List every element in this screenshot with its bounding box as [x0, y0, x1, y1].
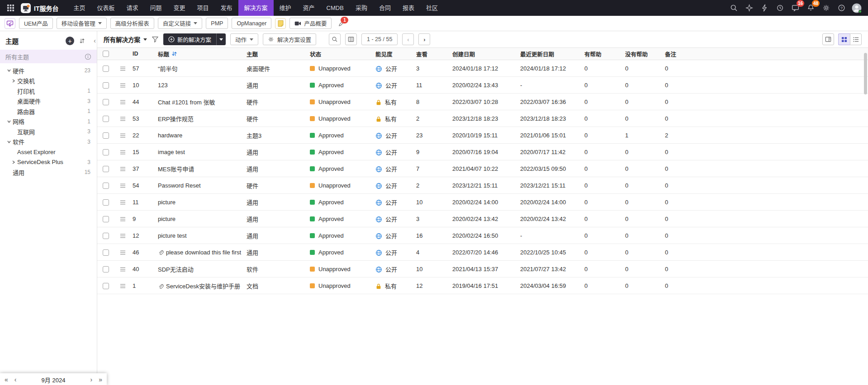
select-all-checkbox[interactable] — [103, 51, 109, 57]
solution-title[interactable]: "前半句 — [156, 60, 245, 77]
quickbar-button-uem-product[interactable]: UEM产品 — [19, 18, 53, 29]
column-header-not_helpful[interactable]: 没有帮助 — [623, 48, 663, 60]
row-checkbox[interactable] — [103, 99, 109, 105]
nav-item-problems[interactable]: 问题 — [144, 0, 168, 16]
drag-handle-icon[interactable] — [120, 133, 126, 138]
edit-pencil-icon[interactable]: 1 — [336, 18, 347, 29]
solution-title[interactable]: ServiceDesk安装与维护手册 — [156, 277, 245, 294]
settings-gear-icon[interactable] — [820, 2, 832, 14]
nav-item-requests[interactable]: 请求 — [120, 0, 144, 16]
column-chooser-icon[interactable] — [345, 33, 357, 45]
collapse-sidebar-icon[interactable]: ‹ — [94, 37, 96, 44]
solution-title[interactable]: picture — [156, 211, 245, 227]
row-checkbox[interactable] — [103, 116, 109, 122]
help-icon[interactable]: ? — [835, 2, 847, 14]
history-icon[interactable] — [774, 2, 786, 14]
drag-handle-icon[interactable] — [120, 200, 126, 205]
quickbar-button-opmanager[interactable]: OpManager — [232, 18, 271, 29]
sidebar-item-hardware[interactable]: 硬件23 — [0, 66, 97, 76]
sidebar-item-general[interactable]: 通用15 — [0, 167, 97, 178]
notes-icon[interactable] — [275, 18, 286, 29]
column-header-notes[interactable]: 备注 — [663, 48, 868, 60]
solution-title[interactable]: SDP无法启动 — [156, 261, 245, 277]
solution-title[interactable]: MES账号申请 — [156, 160, 245, 177]
sidebar-item-asset-explorer[interactable]: Asset Explorer — [0, 147, 97, 157]
row-checkbox[interactable] — [103, 266, 109, 272]
view-selector-dropdown[interactable]: 所有解决方案 — [104, 35, 147, 44]
table-search-icon[interactable] — [329, 33, 341, 45]
row-checkbox[interactable] — [103, 132, 109, 139]
solution-title[interactable]: 123 — [156, 77, 245, 94]
row-checkbox[interactable] — [103, 283, 109, 289]
solution-title[interactable]: please download this file first — [156, 244, 245, 261]
drag-handle-icon[interactable] — [120, 250, 126, 255]
drag-handle-icon[interactable] — [120, 150, 126, 155]
quickbar-button-pmp[interactable]: PMP — [206, 18, 228, 29]
app-logo-icon[interactable] — [21, 3, 31, 13]
sidebar-item-software[interactable]: 软件3 — [0, 137, 97, 147]
quick-actions-lightning-icon[interactable] — [759, 2, 770, 14]
solution-title[interactable]: picture test — [156, 227, 245, 244]
nav-item-cmdb[interactable]: CMDB — [321, 0, 350, 16]
calendar-first-icon[interactable]: « — [5, 376, 8, 383]
nav-item-assets[interactable]: 资产 — [297, 0, 321, 16]
sort-icon[interactable] — [171, 51, 177, 56]
vertical-scrollbar-thumb[interactable] — [864, 53, 867, 94]
list-view-icon[interactable] — [850, 33, 862, 45]
calendar-next-icon[interactable]: › — [90, 376, 93, 383]
solution-title[interactable]: ERP操作规范 — [156, 110, 245, 127]
panel-toggle-icon[interactable] — [822, 33, 834, 45]
filter-icon[interactable] — [152, 36, 159, 43]
column-header-helpful[interactable]: 有帮助 — [583, 48, 623, 60]
row-checkbox[interactable] — [103, 82, 109, 89]
new-solution-button[interactable]: 新的解决方案 — [163, 33, 226, 45]
sidebar-item-internet[interactable]: 互联网3 — [0, 127, 97, 137]
chevron-down-icon[interactable] — [5, 118, 13, 125]
row-checkbox[interactable] — [103, 216, 109, 222]
grid-view-icon[interactable] — [838, 33, 850, 45]
column-header-created[interactable]: 创建日期 — [451, 48, 518, 60]
sidebar-item-servicedesk-plus[interactable]: ServiceDesk Plus3 — [0, 157, 97, 168]
quickbar-button-advanced-analytics[interactable]: 高级分析报表 — [110, 18, 154, 29]
sidebar-item-printer[interactable]: 打印机1 — [0, 86, 97, 96]
chevron-down-icon[interactable] — [5, 67, 13, 74]
user-avatar[interactable] — [851, 2, 863, 14]
solution-settings-button[interactable]: 解决方案设置 — [263, 33, 316, 45]
calendar-prev-icon[interactable]: ‹ — [14, 376, 17, 383]
sidebar-item-all-topics[interactable]: 所有主题 — [0, 50, 97, 63]
sort-topics-icon[interactable] — [79, 38, 85, 44]
row-checkbox[interactable] — [103, 233, 109, 239]
drag-handle-icon[interactable] — [120, 283, 126, 289]
row-checkbox[interactable] — [103, 199, 109, 206]
quickbar-button-mobile-device-management[interactable]: 移动设备管理 — [57, 18, 107, 29]
nav-item-solutions[interactable]: 解决方案 — [238, 0, 274, 16]
search-icon[interactable] — [728, 2, 740, 14]
column-header-views[interactable]: 查看 — [414, 48, 451, 60]
sidebar-item-desktop-hardware[interactable]: 桌面硬件3 — [0, 96, 97, 107]
nav-item-changes[interactable]: 变更 — [168, 0, 191, 16]
drag-handle-icon[interactable] — [120, 233, 126, 239]
info-icon[interactable] — [85, 53, 91, 60]
product-overview-button[interactable]: 产品概要 — [289, 18, 332, 29]
nav-item-dashboard[interactable]: 仪表板 — [91, 0, 120, 16]
sidebar-item-router[interactable]: 路由器1 — [0, 106, 97, 117]
column-header-visibility[interactable]: 能见度 — [374, 48, 414, 60]
device-management-icon[interactable] — [5, 18, 15, 29]
nav-item-contracts[interactable]: 合同 — [373, 0, 397, 16]
solution-title[interactable]: hardware — [156, 127, 245, 144]
nav-item-home[interactable]: 主页 — [67, 0, 91, 16]
drag-handle-icon[interactable] — [120, 216, 126, 222]
row-checkbox[interactable] — [103, 183, 109, 189]
drag-handle-icon[interactable] — [120, 66, 126, 71]
solution-title[interactable]: picture — [156, 194, 245, 211]
nav-item-purchase[interactable]: 采购 — [350, 0, 373, 16]
column-header-topic[interactable]: 主题 — [245, 48, 308, 60]
drag-handle-icon[interactable] — [120, 83, 126, 88]
nav-item-reports[interactable]: 报表 — [397, 0, 420, 16]
apps-grid-icon[interactable] — [4, 0, 17, 16]
sidebar-item-network[interactable]: 网络1 — [0, 117, 97, 127]
row-checkbox[interactable] — [103, 249, 109, 256]
chevron-down-icon[interactable] — [5, 138, 13, 146]
row-checkbox[interactable] — [103, 149, 109, 155]
notifications-bell-icon[interactable]: 48 — [805, 2, 816, 14]
